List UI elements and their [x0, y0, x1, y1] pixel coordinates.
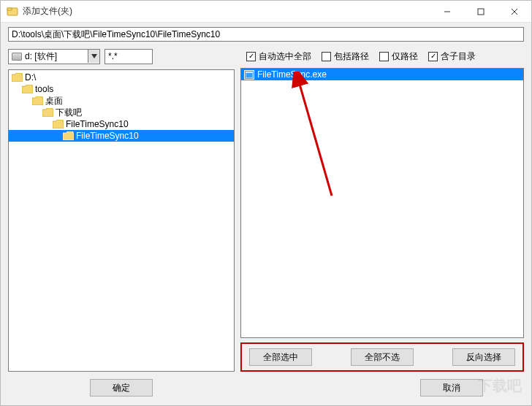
- folder-icon: [42, 108, 53, 117]
- checkbox-icon: ✓: [428, 52, 438, 61]
- content-row: d: [软件] D:\tools桌面下载吧FileTimeSync10FileT…: [1, 45, 531, 375]
- tree-node-label: FileTimeSync10: [76, 130, 139, 142]
- file-name: FileTimeSync.exe: [257, 69, 327, 80]
- tree-node-label: 桌面: [45, 95, 63, 107]
- folder-icon: [63, 131, 74, 140]
- drive-label: d: [软件]: [25, 50, 57, 63]
- exe-icon: [244, 70, 254, 80]
- folder-icon: [22, 85, 33, 93]
- dialog-window: 添加文件(夹) d: [软件]: [0, 0, 532, 406]
- dialog-buttons-row: 确定 取消: [1, 375, 531, 405]
- invert-selection-button[interactable]: 反向选择: [452, 348, 515, 366]
- file-item[interactable]: FileTimeSync.exe: [241, 69, 523, 80]
- titlebar: 添加文件(夹): [1, 1, 531, 23]
- tree-node-label: FileTimeSync10: [66, 118, 129, 130]
- tree-node-label: tools: [35, 83, 53, 95]
- check-include-subdir[interactable]: ✓ 含子目录: [428, 50, 476, 63]
- window-controls: [430, 1, 531, 23]
- deselect-all-button[interactable]: 全部不选: [351, 348, 414, 366]
- checkbox-icon: [379, 52, 389, 61]
- checkbox-row: ✓ 自动选中全部 包括路径 仅路径 ✓ 含子目录: [240, 47, 524, 65]
- path-row: [1, 23, 531, 45]
- tree-node[interactable]: tools: [9, 83, 234, 95]
- path-input[interactable]: [8, 27, 524, 42]
- folder-icon: [53, 120, 64, 129]
- tree-node[interactable]: D:\: [9, 72, 234, 83]
- tree-node-label: D:\: [25, 72, 36, 83]
- checkbox-label: 仅路径: [392, 50, 418, 63]
- check-include-path[interactable]: 包括路径: [322, 50, 369, 63]
- tree-node[interactable]: FileTimeSync10: [9, 118, 234, 130]
- svg-marker-6: [91, 54, 97, 58]
- svg-rect-8: [246, 72, 253, 73]
- left-pane: d: [软件] D:\tools桌面下载吧FileTimeSync10FileT…: [8, 47, 235, 372]
- window-title: 添加文件(夹): [23, 5, 430, 18]
- filter-input[interactable]: [104, 49, 153, 64]
- tree-node[interactable]: 下载吧: [9, 107, 234, 118]
- selection-buttons-row: 全部选中 全部不选 反向选择: [240, 342, 524, 372]
- tree-node[interactable]: 桌面: [9, 95, 234, 107]
- chevron-down-icon: [88, 50, 99, 63]
- right-pane: ✓ 自动选中全部 包括路径 仅路径 ✓ 含子目录 FileTimeSync.ex…: [240, 47, 524, 372]
- svg-rect-3: [478, 9, 484, 15]
- checkbox-label: 含子目录: [441, 50, 476, 63]
- svg-rect-1: [7, 8, 12, 10]
- drive-select[interactable]: d: [软件]: [8, 49, 100, 64]
- folder-icon: [12, 73, 23, 82]
- app-icon: [7, 6, 18, 18]
- ok-button[interactable]: 确定: [90, 379, 153, 397]
- cancel-button[interactable]: 取消: [420, 379, 483, 397]
- tree-node[interactable]: FileTimeSync10: [9, 130, 234, 142]
- file-list[interactable]: FileTimeSync.exe: [240, 68, 524, 338]
- check-auto-select-all[interactable]: ✓ 自动选中全部: [246, 50, 311, 63]
- disk-icon: [12, 53, 22, 61]
- checkbox-label: 包括路径: [334, 50, 369, 63]
- select-all-button[interactable]: 全部选中: [249, 348, 312, 366]
- maximize-button[interactable]: [464, 1, 498, 23]
- check-only-path[interactable]: 仅路径: [379, 50, 418, 63]
- checkbox-icon: [322, 52, 331, 61]
- tree-node-label: 下载吧: [56, 107, 82, 118]
- close-button[interactable]: [498, 1, 531, 23]
- checkbox-label: 自动选中全部: [259, 50, 311, 63]
- folder-icon: [32, 96, 43, 105]
- folder-tree[interactable]: D:\tools桌面下载吧FileTimeSync10FileTimeSync1…: [8, 69, 235, 372]
- minimize-button[interactable]: [430, 1, 464, 23]
- left-top-row: d: [软件]: [8, 47, 235, 65]
- checkbox-icon: ✓: [246, 52, 256, 61]
